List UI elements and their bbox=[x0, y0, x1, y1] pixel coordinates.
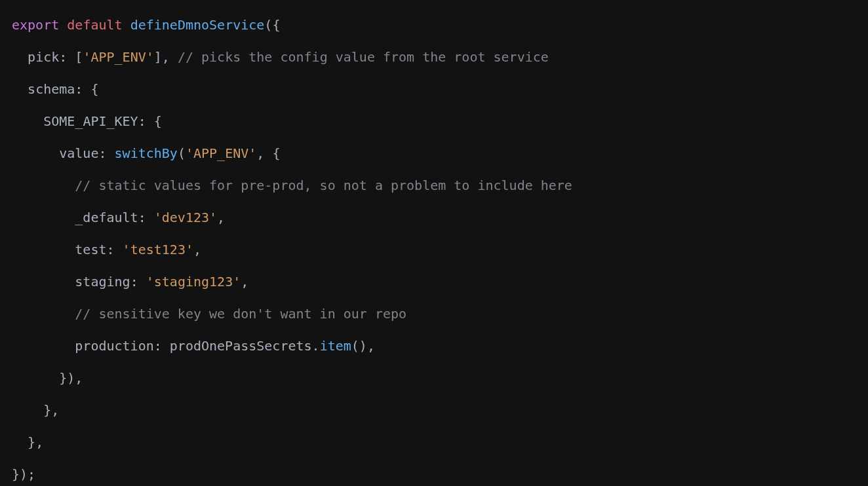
punct: : { bbox=[138, 113, 162, 129]
comment: // sensitive key we don't want in our re… bbox=[75, 306, 406, 322]
punct: , bbox=[193, 242, 201, 257]
function-switchby: switchBy bbox=[115, 145, 178, 161]
keyword-export: export bbox=[12, 17, 59, 33]
punct: , { bbox=[256, 145, 280, 161]
punct: ], bbox=[154, 49, 178, 65]
punct: }, bbox=[43, 402, 59, 418]
punct: : bbox=[138, 210, 154, 225]
prop-staging: staging bbox=[75, 274, 130, 290]
punct: : bbox=[98, 145, 114, 161]
prop-default: _default bbox=[75, 210, 138, 225]
punct: }); bbox=[12, 466, 35, 482]
dot: . bbox=[312, 338, 320, 354]
prop-api-key: SOME_API_KEY bbox=[43, 113, 138, 129]
prop-production: production bbox=[75, 338, 153, 354]
punct: : { bbox=[75, 81, 98, 97]
prop-value: value bbox=[59, 145, 98, 161]
string-literal: 'APP_ENV' bbox=[186, 145, 256, 161]
comment: // picks the config value from the root … bbox=[178, 49, 549, 65]
prop-schema: schema bbox=[28, 81, 75, 97]
prop-pick: pick bbox=[28, 49, 59, 65]
punct: : [ bbox=[59, 49, 83, 65]
punct: , bbox=[241, 274, 248, 290]
punct: : bbox=[130, 274, 146, 290]
string-literal: 'APP_ENV' bbox=[83, 49, 153, 65]
punct: }, bbox=[28, 434, 43, 450]
string-literal: 'test123' bbox=[123, 242, 193, 257]
punct: : prodOnePassSecrets bbox=[154, 338, 312, 354]
punct: ( bbox=[178, 145, 186, 161]
prop-test: test bbox=[75, 242, 106, 257]
function-name: defineDmnoService bbox=[130, 17, 265, 33]
punct: : bbox=[107, 242, 123, 257]
method-item: item bbox=[320, 338, 351, 354]
string-literal: 'staging123' bbox=[146, 274, 241, 290]
punct: }), bbox=[59, 370, 83, 386]
punct: , bbox=[217, 210, 225, 225]
string-literal: 'dev123' bbox=[154, 210, 217, 225]
punct: (), bbox=[351, 338, 375, 354]
code-block: export default defineDmnoService({ pick:… bbox=[12, 9, 856, 486]
keyword-default: default bbox=[67, 17, 122, 33]
comment: // static values for pre-prod, so not a … bbox=[75, 178, 572, 193]
punct: ({ bbox=[264, 17, 280, 33]
